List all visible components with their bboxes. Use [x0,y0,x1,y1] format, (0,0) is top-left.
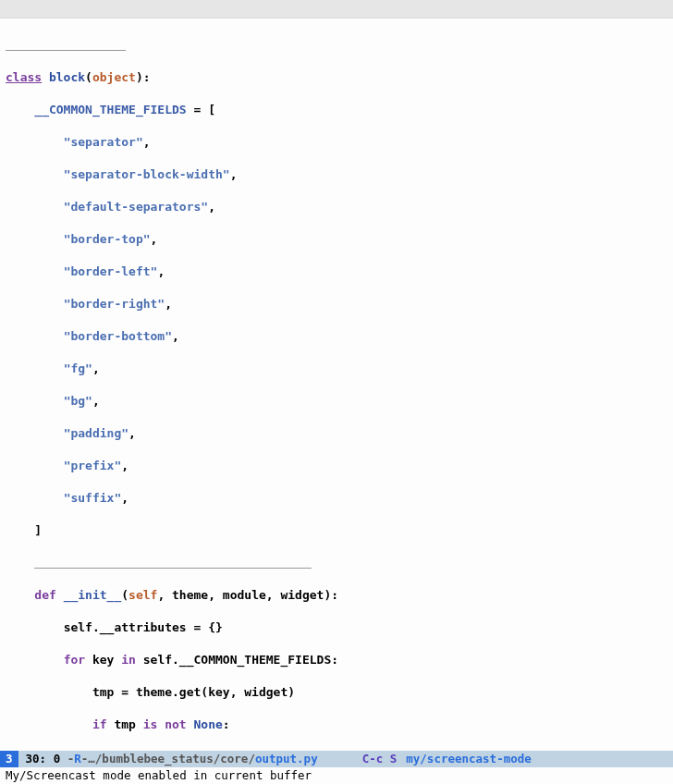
code-line: "separator", [6,134,673,151]
code-editor[interactable]: class block(object): __COMMON_THEME_FIEL… [0,18,673,751]
code-line: self.__attributes = {} [6,619,673,636]
code-line: "fg", [6,361,673,377]
code-line: "suffix", [6,490,673,507]
code-line: ] [6,522,673,539]
code-line: "prefix", [6,458,673,474]
minibuffer[interactable]: My/Screencast mode enabled in current bu… [0,767,673,784]
code-line: "padding", [6,425,673,442]
code-line: "border-bottom", [6,328,673,345]
code-line: "bg", [6,393,673,410]
code-line [6,37,673,54]
mode-line[interactable]: 3 30: 0 -R-…/bumblebee_status/core/outpu… [0,751,673,767]
code-line: if tmp is not None: [6,717,673,733]
code-line: "border-top", [6,231,673,248]
code-line: def __init__(self, theme, module, widget… [6,587,673,604]
window-number: 3 [0,751,18,767]
code-line: __COMMON_THEME_FIELDS = [ [6,102,673,118]
code-line: class block(object): [6,69,673,86]
code-line: "default-separators", [6,199,673,215]
code-line [6,555,673,571]
code-line: "separator-block-width", [6,166,673,183]
code-line: "border-left", [6,263,673,280]
minor-mode[interactable]: my/screencast-mode [406,751,531,767]
modeline-position: 30: 0 -R-…/bumblebee_status/core/output.… [18,751,325,767]
key-chord: C-c S [325,751,407,767]
code-line: "border-right", [6,296,673,312]
title-bar [0,0,673,18]
code-line: for key in self.__COMMON_THEME_FIELDS: [6,652,673,668]
code-line: tmp = theme.get(key, widget) [6,684,673,701]
